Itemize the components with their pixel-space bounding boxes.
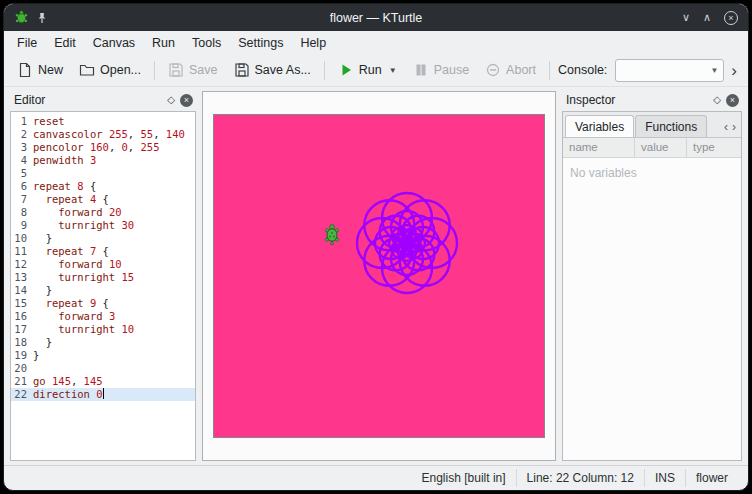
code-line-19[interactable]: 19} — [11, 349, 195, 362]
toolbar-separator — [154, 61, 155, 80]
main-area: Editor ◇ × 1reset2canvascolor 255, 55, 1… — [4, 87, 748, 465]
code-line-2[interactable]: 2canvascolor 255, 55, 140 — [11, 128, 195, 141]
code-line-13[interactable]: 13 turnright 15 — [11, 271, 195, 284]
canvas-drawing — [214, 115, 544, 437]
menu-edit[interactable]: Edit — [46, 34, 84, 52]
code-line-8[interactable]: 8 forward 20 — [11, 206, 195, 219]
run-label: Run — [359, 63, 382, 77]
tab-variables[interactable]: Variables — [565, 115, 634, 137]
toolbar-separator — [549, 61, 550, 80]
column-value: value — [635, 138, 687, 157]
code-line-20[interactable]: 20 — [11, 362, 195, 375]
console-label: Console: — [558, 63, 607, 77]
abort-button[interactable]: Abort — [478, 58, 543, 82]
inspector-tabbar: Variables Functions ‹ › — [563, 112, 741, 138]
run-button[interactable]: Run ▼ — [331, 58, 404, 82]
code-line-5[interactable]: 5 — [11, 167, 195, 180]
run-dropdown-icon[interactable]: ▼ — [389, 66, 397, 75]
menu-run[interactable]: Run — [144, 34, 183, 52]
float-dock-icon[interactable]: ◇ — [167, 95, 175, 105]
status-script-name: flower — [685, 469, 738, 487]
code-line-3[interactable]: 3pencolor 160, 0, 255 — [11, 141, 195, 154]
status-insert-mode: INS — [644, 469, 685, 487]
code-line-7[interactable]: 7 repeat 4 { — [11, 193, 195, 206]
code-line-15[interactable]: 15 repeat 9 { — [11, 297, 195, 310]
status-bar: English [built in] Line: 22 Column: 12 I… — [4, 465, 748, 490]
column-type: type — [687, 138, 741, 157]
code-line-16[interactable]: 16 forward 3 — [11, 310, 195, 323]
save-button[interactable]: Save — [161, 58, 225, 82]
save-label: Save — [189, 63, 218, 77]
canvas-view — [202, 91, 556, 461]
chevron-down-icon: ▼ — [710, 66, 718, 75]
editor-dock-title: Editor — [14, 93, 167, 107]
open-label: Open... — [100, 63, 141, 77]
abort-icon — [485, 62, 501, 78]
abort-label: Abort — [506, 63, 536, 77]
maximize-button[interactable]: ∧ — [703, 12, 711, 23]
code-line-14[interactable]: 14 } — [11, 284, 195, 297]
code-line-11[interactable]: 11 repeat 7 { — [11, 245, 195, 258]
code-line-9[interactable]: 9 turnright 30 — [11, 219, 195, 232]
inspector-dock-title: Inspector — [566, 93, 713, 107]
console-combobox[interactable]: ▼ — [615, 59, 724, 82]
title-bar[interactable]: flower — KTurtle ∨ ∧ — [4, 4, 748, 31]
save-as-icon — [234, 62, 250, 78]
inspector-dock: Inspector ◇ × Variables Functions ‹ › na… — [562, 91, 742, 461]
close-dock-icon[interactable]: × — [726, 94, 739, 107]
new-document-icon — [17, 62, 33, 78]
inspector-dock-header[interactable]: Inspector ◇ × — [562, 91, 742, 111]
inspector-table-header: name value type — [563, 138, 741, 158]
close-dock-icon[interactable]: × — [180, 94, 193, 107]
no-variables-text: No variables — [563, 158, 741, 188]
kturtle-window: flower — KTurtle ∨ ∧ — [3, 3, 749, 491]
open-folder-icon — [79, 62, 95, 78]
menu-bar: File Edit Canvas Run Tools Settings Help — [4, 31, 748, 54]
turtle-canvas — [213, 114, 545, 438]
code-line-12[interactable]: 12 forward 10 — [11, 258, 195, 271]
pause-icon — [413, 62, 429, 78]
code-line-17[interactable]: 17 turnright 10 — [11, 323, 195, 336]
editor-dock-header[interactable]: Editor ◇ × — [10, 91, 196, 111]
pause-button[interactable]: Pause — [406, 58, 476, 82]
menu-file[interactable]: File — [9, 34, 45, 52]
minimize-button[interactable]: ∨ — [682, 12, 690, 23]
window-title: flower — KTurtle — [4, 11, 748, 25]
pin-icon[interactable] — [36, 12, 48, 24]
code-line-6[interactable]: 6repeat 8 { — [11, 180, 195, 193]
open-button[interactable]: Open... — [72, 58, 148, 82]
status-cursor-position: Line: 22 Column: 12 — [516, 469, 644, 487]
save-as-button[interactable]: Save As... — [227, 58, 318, 82]
tab-functions[interactable]: Functions — [635, 115, 707, 137]
code-line-18[interactable]: 18 } — [11, 336, 195, 349]
flower-drawing — [357, 193, 457, 293]
code-line-21[interactable]: 21go 145, 145 — [11, 375, 195, 388]
new-button[interactable]: New — [10, 58, 70, 82]
tab-scroll-left-icon[interactable]: ‹ — [724, 121, 728, 133]
menu-canvas[interactable]: Canvas — [85, 34, 143, 52]
toolbar: New Open... Save S — [4, 54, 748, 87]
float-dock-icon[interactable]: ◇ — [713, 95, 721, 105]
save-as-label: Save As... — [255, 63, 311, 77]
menu-help[interactable]: Help — [292, 34, 334, 52]
code-line-4[interactable]: 4penwidth 3 — [11, 154, 195, 167]
run-play-icon — [338, 62, 354, 78]
inspector-body: Variables Functions ‹ › name value type … — [562, 111, 742, 461]
code-line-1[interactable]: 1reset — [11, 115, 195, 128]
menu-tools[interactable]: Tools — [184, 34, 229, 52]
close-button[interactable]: × — [724, 11, 738, 25]
save-icon — [168, 62, 184, 78]
turtle-sprite — [325, 225, 338, 245]
editor-dock: Editor ◇ × 1reset2canvascolor 255, 55, 1… — [10, 91, 196, 461]
status-language: English [built in] — [412, 469, 516, 487]
tab-scroll-right-icon[interactable]: › — [732, 121, 736, 133]
toolbar-overflow-button[interactable]: › — [726, 62, 742, 79]
menu-settings[interactable]: Settings — [230, 34, 291, 52]
code-line-22[interactable]: 22direction 0 — [11, 388, 195, 401]
new-label: New — [38, 63, 63, 77]
app-turtle-icon — [14, 10, 29, 25]
toolbar-separator — [324, 61, 325, 80]
column-name: name — [563, 138, 635, 157]
code-area[interactable]: 1reset2canvascolor 255, 55, 1403pencolor… — [10, 111, 196, 461]
code-line-10[interactable]: 10 } — [11, 232, 195, 245]
